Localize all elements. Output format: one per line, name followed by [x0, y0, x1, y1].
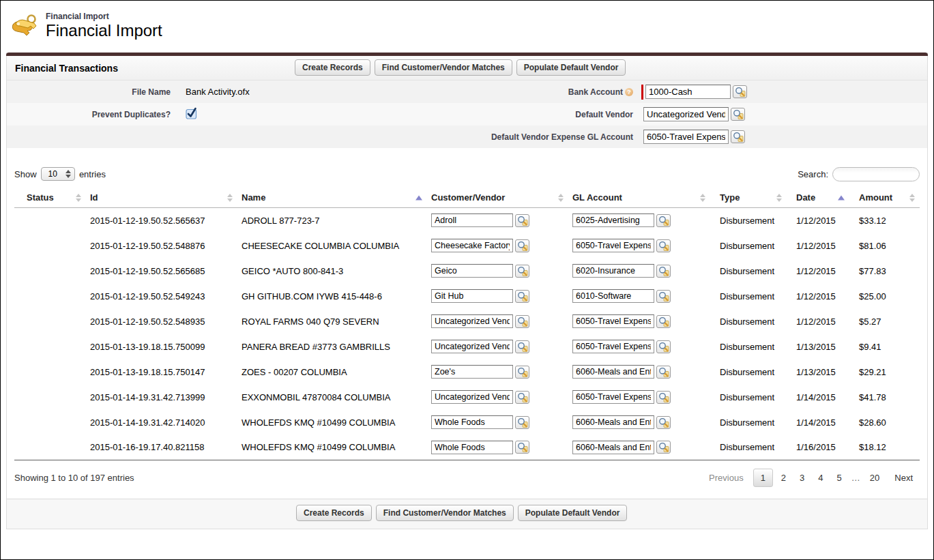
- page-length-select[interactable]: 10: [41, 167, 75, 181]
- customer-vendor-input[interactable]: [431, 365, 513, 379]
- bank-account-input[interactable]: [645, 85, 731, 99]
- gl-account-lookup-icon[interactable]: [656, 416, 671, 429]
- table-row: 2015-01-14-19.31.42.714020WHOLEFDS KMQ #…: [14, 410, 920, 435]
- customer-vendor-input[interactable]: [431, 239, 513, 252]
- customer-vendor-input[interactable]: [431, 390, 513, 404]
- magnifier-icon: [658, 266, 669, 276]
- column-header-customer-vendor[interactable]: Customer/Vendor: [427, 188, 568, 208]
- prevent-duplicates-checkbox[interactable]: [186, 107, 198, 119]
- sort-both-icon: [227, 194, 233, 202]
- pagination-page-20[interactable]: 20: [864, 469, 885, 486]
- magnifier-icon: [517, 216, 528, 226]
- customer-vendor-input[interactable]: [431, 415, 513, 429]
- default-vendor-input[interactable]: [643, 107, 729, 121]
- pagination-page-2[interactable]: 2: [776, 469, 791, 486]
- gl-account-input[interactable]: [572, 239, 654, 252]
- gl-account-input[interactable]: [572, 289, 654, 303]
- gl-account-input[interactable]: [572, 314, 654, 328]
- customer-vendor-input[interactable]: [431, 314, 513, 328]
- gl-account-input[interactable]: [572, 340, 654, 353]
- gl-account-lookup-icon[interactable]: [656, 391, 671, 404]
- keys-logo-icon: [10, 13, 39, 39]
- gl-account-lookup-icon[interactable]: [656, 239, 671, 252]
- pagination-ellipsis: …: [850, 469, 862, 486]
- customer-vendor-lookup-icon[interactable]: [515, 366, 529, 379]
- gl-account-input[interactable]: [572, 390, 654, 404]
- gl-account-lookup-icon[interactable]: [656, 290, 671, 303]
- bottom-button-group: Create Records Find Customer/Vendor Matc…: [296, 505, 627, 521]
- column-header-type[interactable]: Type: [710, 188, 787, 208]
- name-cell: ROYAL FARMS 040 Q79 SEVERN: [237, 309, 427, 334]
- pagination-page-3[interactable]: 3: [794, 469, 810, 486]
- gl-account-input[interactable]: [572, 441, 654, 454]
- help-icon[interactable]: ?: [625, 88, 633, 96]
- column-label: Date: [796, 192, 815, 203]
- magnifier-icon: [658, 342, 669, 352]
- pagination-previous[interactable]: Previous: [702, 469, 750, 486]
- gl-account-cell: [568, 208, 710, 233]
- bank-account-lookup-icon[interactable]: [733, 85, 747, 98]
- customer-vendor-lookup-icon[interactable]: [515, 315, 529, 328]
- customer-vendor-input[interactable]: [431, 340, 513, 353]
- status-cell: [14, 359, 86, 385]
- column-header-id[interactable]: Id: [86, 188, 237, 208]
- sort-both-icon: [700, 194, 705, 202]
- pagination-page-1[interactable]: 1: [753, 469, 773, 487]
- pagination-page-4[interactable]: 4: [813, 469, 828, 486]
- amount-cell: $41.78: [849, 385, 920, 410]
- create-records-button-bottom[interactable]: Create Records: [296, 505, 372, 521]
- pagination-next[interactable]: Next: [888, 469, 920, 486]
- default-gl-account-lookup-icon[interactable]: [731, 130, 745, 143]
- column-header-amount[interactable]: Amount: [849, 188, 920, 208]
- column-header-status[interactable]: Status: [14, 188, 86, 208]
- customer-vendor-lookup-icon[interactable]: [515, 416, 529, 429]
- search-input[interactable]: [832, 167, 920, 181]
- magnifier-icon: [658, 442, 669, 452]
- gl-account-lookup-icon[interactable]: [656, 340, 671, 353]
- pagination-page-5[interactable]: 5: [832, 469, 847, 486]
- name-cell: WHOLEFDS KMQ #10499 COLUMBIA: [237, 410, 427, 435]
- gl-account-cell: [568, 309, 710, 334]
- customer-vendor-input[interactable]: [431, 213, 513, 227]
- customer-vendor-input[interactable]: [431, 289, 513, 303]
- gl-account-lookup-icon[interactable]: [656, 315, 671, 328]
- customer-vendor-input[interactable]: [431, 264, 513, 278]
- customer-vendor-lookup-icon[interactable]: [515, 239, 529, 252]
- customer-vendor-lookup-icon[interactable]: [515, 265, 529, 278]
- amount-cell: $33.12: [849, 208, 920, 233]
- amount-cell: $28.60: [849, 410, 920, 435]
- gl-account-input[interactable]: [572, 213, 654, 227]
- column-header-date[interactable]: Date: [787, 188, 849, 208]
- customer-vendor-lookup-icon[interactable]: [515, 214, 529, 227]
- column-label: Customer/Vendor: [431, 192, 505, 203]
- date-cell: 1/14/2015: [787, 410, 849, 435]
- gl-account-input[interactable]: [572, 365, 654, 379]
- create-records-button[interactable]: Create Records: [295, 59, 370, 76]
- customer-vendor-lookup-icon[interactable]: [515, 391, 529, 404]
- customer-vendor-lookup-icon[interactable]: [515, 340, 529, 353]
- populate-default-vendor-button[interactable]: Populate Default Vendor: [516, 59, 626, 76]
- column-header-name[interactable]: Name: [237, 188, 427, 208]
- default-gl-account-label: Default Vendor Expense GL Account: [491, 132, 633, 142]
- gl-account-cell: [568, 385, 710, 410]
- column-header-gl-account[interactable]: GL Account: [568, 188, 710, 208]
- show-label: Show: [14, 169, 37, 179]
- gl-account-lookup-icon[interactable]: [656, 265, 671, 278]
- find-customer-vendor-matches-button-bottom[interactable]: Find Customer/Vendor Matches: [376, 505, 514, 521]
- transactions-table: StatusIdNameCustomer/VendorGL AccountTyp…: [14, 188, 920, 460]
- customer-vendor-lookup-icon[interactable]: [515, 290, 529, 303]
- gl-account-lookup-icon[interactable]: [656, 214, 671, 227]
- default-vendor-lookup-icon[interactable]: [731, 108, 745, 121]
- find-customer-vendor-matches-button[interactable]: Find Customer/Vendor Matches: [375, 59, 512, 76]
- gl-account-lookup-icon[interactable]: [656, 366, 671, 379]
- populate-default-vendor-button-bottom[interactable]: Populate Default Vendor: [518, 505, 628, 521]
- customer-vendor-input[interactable]: [431, 441, 513, 454]
- gl-account-input[interactable]: [572, 415, 654, 429]
- customer-vendor-lookup-icon[interactable]: [515, 441, 529, 454]
- type-cell: Disbursement: [710, 410, 787, 435]
- type-cell: Disbursement: [710, 435, 787, 460]
- stepper-arrows-icon: [65, 170, 71, 178]
- gl-account-input[interactable]: [572, 264, 654, 278]
- gl-account-lookup-icon[interactable]: [656, 441, 671, 454]
- default-gl-account-input[interactable]: [643, 130, 729, 144]
